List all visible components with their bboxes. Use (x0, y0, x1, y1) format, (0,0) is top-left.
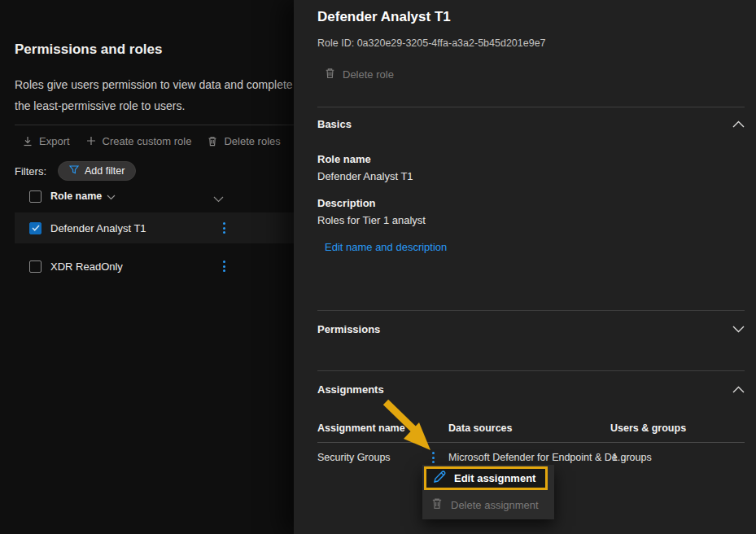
page-description: Roles give users permission to view data… (15, 74, 294, 116)
create-custom-role-label: Create custom role (103, 135, 192, 147)
page-description-line2: the least-permissive role to users. (15, 95, 294, 116)
row-more-actions-icon[interactable] (223, 260, 225, 272)
page-title: Permissions and roles (15, 42, 162, 58)
trash-icon (325, 68, 335, 81)
table-row-defender-analyst-t1[interactable]: Defender Analyst T1 (15, 212, 294, 243)
delete-role-button[interactable]: Delete role (325, 68, 394, 81)
assignment-row-name: Security Groups (317, 452, 391, 463)
edit-assignment-menu-item[interactable]: Edit assignment (424, 466, 548, 490)
export-button[interactable]: Export (23, 135, 70, 147)
role-name-field-value: Defender Analyst T1 (317, 170, 413, 182)
assignments-label: Assignments (317, 383, 384, 396)
row-checkbox-unchecked[interactable] (29, 260, 42, 273)
section-divider (317, 310, 745, 311)
assignment-more-actions-icon[interactable] (432, 452, 435, 463)
chevron-down-icon[interactable] (732, 322, 745, 336)
filter-icon (69, 165, 79, 177)
assignment-row-users-groups: 1 groups (612, 452, 652, 463)
chevron-up-icon[interactable] (732, 382, 745, 396)
section-divider (317, 107, 745, 107)
chevron-up-icon[interactable] (732, 116, 745, 131)
delete-roles-label: Delete roles (224, 135, 280, 147)
delete-assignment-label: Delete assignment (451, 499, 539, 511)
role-row-label[interactable]: Defender Analyst T1 (50, 222, 146, 234)
toolbar-divider (15, 125, 294, 125)
page-description-line1: Roles give users permission to view data… (15, 74, 294, 95)
permissions-label: Permissions (317, 323, 380, 335)
assignments-section-header[interactable]: Assignments (317, 382, 745, 396)
download-icon (23, 136, 33, 147)
chevron-down-icon[interactable] (107, 189, 116, 204)
row-more-actions-icon[interactable] (223, 222, 225, 234)
command-bar: Export Create custom role Delete roles (23, 132, 281, 150)
delete-roles-button[interactable]: Delete roles (208, 135, 280, 147)
permissions-section-header[interactable]: Permissions (317, 322, 745, 336)
delete-assignment-menu-item[interactable]: Delete assignment (431, 497, 539, 512)
delete-role-label: Delete role (343, 68, 394, 81)
assignment-context-menu: Edit assignment Delete assignment (422, 465, 554, 519)
plus-icon (86, 136, 96, 146)
filters-label: Filters: (15, 165, 46, 177)
roles-table-header: Role name (29, 188, 116, 204)
select-all-checkbox[interactable] (29, 190, 42, 203)
row-checkbox-checked[interactable] (29, 222, 42, 234)
add-filter-button[interactable]: Add filter (58, 161, 136, 181)
role-name-column-header[interactable]: Role name (50, 190, 102, 202)
edit-name-description-link[interactable]: Edit name and description (325, 241, 447, 253)
role-name-field-label: Role name (317, 153, 371, 165)
data-sources-column: Data sources (448, 422, 513, 434)
description-field-label: Description (317, 197, 376, 209)
trash-icon (431, 497, 443, 512)
flyout-title: Defender Analyst T1 (317, 9, 451, 25)
role-row-label[interactable]: XDR ReadOnly (50, 260, 123, 273)
pencil-icon (433, 471, 446, 486)
edit-assignment-label: Edit assignment (454, 472, 535, 484)
assignments-header-divider (317, 442, 745, 443)
section-divider (317, 370, 745, 371)
assignment-name-column: Assignment name (317, 422, 405, 434)
filters-row: Filters: Add filter (15, 161, 136, 181)
description-field-value: Roles for Tier 1 analyst (317, 214, 426, 226)
trash-icon (208, 136, 217, 147)
basics-section-header[interactable]: Basics (317, 116, 745, 131)
users-groups-column: Users & groups (610, 422, 686, 434)
chevron-down-icon[interactable] (213, 191, 224, 206)
table-row-xdr-readonly[interactable]: XDR ReadOnly (15, 251, 294, 282)
create-custom-role-button[interactable]: Create custom role (86, 135, 192, 147)
basics-label: Basics (317, 118, 352, 130)
add-filter-label: Add filter (85, 165, 125, 177)
assignment-row-data-sources: Microsoft Defender for Endpoint & De... (448, 452, 626, 463)
export-label: Export (39, 135, 70, 147)
role-id-text: Role ID: 0a320e29-3205-4ffa-a3a2-5b45d20… (317, 37, 546, 49)
role-details-flyout: Defender Analyst T1 Role ID: 0a320e29-32… (294, 0, 756, 534)
